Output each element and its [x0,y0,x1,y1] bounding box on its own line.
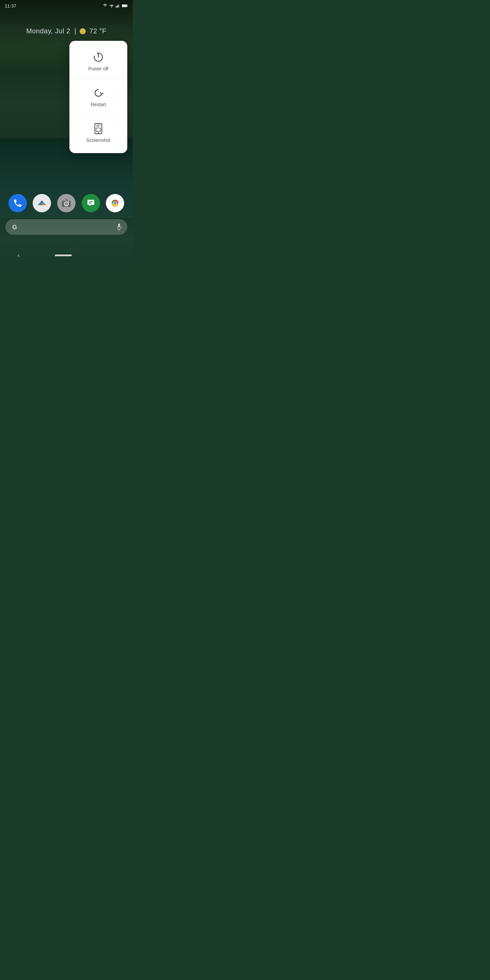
phone-app-icon[interactable] [8,194,27,212]
alarm-icon [103,3,108,8]
svg-rect-6 [127,5,127,6]
svg-point-0 [111,7,112,8]
svg-point-21 [68,202,69,202]
screenshot-label: Screenshot [86,137,111,143]
weather-icon [80,28,86,34]
svg-rect-13 [96,128,100,131]
home-pill[interactable] [55,255,72,256]
messages-app-icon[interactable] [82,194,100,212]
power-off-button[interactable]: Power off [69,43,127,79]
svg-point-28 [114,202,116,205]
svg-rect-2 [117,5,118,8]
temperature-text: 72 °F [89,27,107,35]
camera-app-icon[interactable] [57,194,76,212]
dock-area: G [0,194,133,235]
screenshot-button[interactable]: Screenshot [69,115,127,150]
svg-point-20 [65,202,68,205]
signal-icon [116,4,120,8]
svg-rect-22 [89,202,93,202]
google-search-bar[interactable]: G [5,219,127,235]
date-text: Monday, Jul 2 | [26,27,76,35]
svg-rect-23 [89,203,92,204]
svg-point-14 [98,132,99,134]
microphone-icon[interactable] [116,224,122,231]
back-button[interactable]: ‹ [18,252,20,259]
maps-app-icon[interactable] [33,194,51,212]
restart-icon [92,87,105,99]
power-off-label: Power off [89,66,108,72]
svg-rect-4 [119,4,119,8]
wifi-icon [109,4,114,8]
status-icons [103,3,128,8]
restart-label: Restart [91,102,106,107]
navigation-bar: ‹ [0,245,133,266]
status-time: 11:37 [5,3,16,8]
power-icon [92,51,105,63]
restart-button[interactable]: Restart [69,79,127,115]
power-menu: Power off Restart Screenshot [69,41,127,153]
status-bar: 11:37 [0,0,133,10]
svg-rect-3 [118,5,118,8]
svg-rect-30 [118,224,120,227]
date-weather-widget: Monday, Jul 2 | 72 °F [0,27,133,35]
svg-rect-7 [122,5,127,7]
battery-icon [122,4,128,8]
svg-rect-1 [116,6,116,8]
svg-text:G: G [12,224,17,231]
screenshot-icon [92,123,105,135]
chrome-app-icon[interactable] [106,194,124,212]
google-g-logo: G [11,222,21,232]
app-dock [5,194,127,212]
